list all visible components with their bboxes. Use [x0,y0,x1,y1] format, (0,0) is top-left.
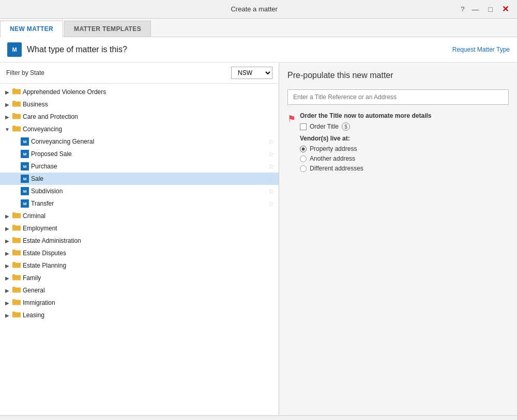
tree-label-care: Care and Protection [23,113,275,120]
folder-icon-care [12,113,21,121]
state-select[interactable]: NSW VIC QLD WA SA TAS ACT NT [231,67,272,79]
tree-item-proposed-sale[interactable]: MProposed Sale☆ [0,148,279,160]
tree-item-apprehended[interactable]: ▶ Apprehended Violence Orders [0,86,279,98]
minimize-button[interactable]: — [470,4,481,14]
tree-arrow-conveyancing: ▼ [4,127,10,132]
tree-arrow-apprehended: ▶ [4,89,10,95]
filter-bar: Filter by State NSW VIC QLD WA SA TAS AC… [0,63,279,84]
tree-arrow-estate-disputes: ▶ [4,251,10,256]
radio-another-address[interactable]: Another address [300,155,509,162]
window-title: Create a matter [48,5,461,13]
header-left: M What type of matter is this? [7,42,127,57]
tree-label-immigration: Immigration [23,299,275,306]
star-icon-sale[interactable]: ☆ [268,175,275,183]
tree-label-transfer: Transfer [31,200,266,207]
right-panel: Pre-populate this new matter ⚑ Order the… [279,63,517,415]
tree-item-care[interactable]: ▶ Care and Protection [0,111,279,123]
order-content: Order the Title now to automate more det… [300,112,509,172]
tree-item-conv-general[interactable]: MConveyancing General☆ [0,135,279,148]
window-controls: ? — □ ✕ [461,3,511,15]
matter-icon-conv-general: M [21,137,29,146]
tree-item-estate-admin[interactable]: ▶ Estate Administration [0,235,279,247]
close-button[interactable]: ✕ [500,3,511,15]
filter-label: Filter by State [6,69,44,76]
tree-item-conveyancing[interactable]: ▼ Conveyancing [0,123,279,135]
title-bar: Create a matter ? — □ ✕ [0,0,517,19]
order-title-checkbox[interactable] [300,123,307,130]
star-icon-transfer[interactable]: ☆ [268,199,275,208]
tree-item-subdivision[interactable]: MSubdivision☆ [0,185,279,197]
radio-group: Property address Another address Differe… [300,145,509,172]
matter-icon: M [7,42,22,57]
folder-icon-immigration [12,299,21,307]
bottom-bar: CREATE [0,415,517,420]
radio-different-addresses[interactable]: Different addresses [300,165,509,172]
flag-icon: ⚑ [287,113,296,125]
folder-icon-business [12,100,21,108]
tree-item-transfer[interactable]: MTransfer☆ [0,197,279,210]
order-title: Order the Title now to automate more det… [300,112,509,119]
tree-item-family[interactable]: ▶ Family [0,272,279,284]
star-icon-conv-general[interactable]: ☆ [268,137,275,146]
tree-item-employment[interactable]: ▶ Employment [0,222,279,235]
vendor-label: Vendor(s) live at: [300,135,509,142]
tree-arrow-business: ▶ [4,102,10,107]
page-title: What type of matter is this? [27,45,127,54]
star-icon-subdivision[interactable]: ☆ [268,187,275,195]
radio-property-address[interactable]: Property address [300,145,509,152]
tree-item-business[interactable]: ▶ Business [0,98,279,111]
folder-icon-general [12,286,21,294]
star-icon-purchase[interactable]: ☆ [268,162,275,170]
tree-item-general[interactable]: ▶ General [0,284,279,297]
tree-arrow-leasing: ▶ [4,313,10,318]
tree-item-estate-disputes[interactable]: ▶ Estate Disputes [0,247,279,259]
tree-label-conv-general: Conveyancing General [31,138,266,145]
tree-label-apprehended: Apprehended Violence Orders [23,88,275,96]
matter-icon-purchase: M [21,162,29,170]
tree-item-leasing[interactable]: ▶ Leasing [0,309,279,321]
star-icon-proposed-sale[interactable]: ☆ [268,150,275,158]
tree-item-estate-planning[interactable]: ▶ Estate Planning [0,259,279,272]
folder-icon-criminal [12,212,21,220]
order-title-row: Order Title $ [300,122,509,131]
matter-icon-transfer: M [21,199,29,208]
tree-label-purchase: Purchase [31,163,266,170]
order-section: ⚑ Order the Title now to automate more d… [287,112,509,172]
help-button[interactable]: ? [461,5,464,13]
tree-arrow-family: ▶ [4,275,10,281]
radio-another-address-btn[interactable] [300,155,307,162]
matter-icon-proposed-sale: M [21,150,29,158]
tree-item-criminal[interactable]: ▶ Criminal [0,210,279,222]
tree-label-estate-disputes: Estate Disputes [23,250,275,257]
folder-icon-leasing [12,311,21,319]
folder-icon-employment [12,224,21,232]
tree-arrow-immigration: ▶ [4,300,10,306]
tree-label-family: Family [23,274,275,282]
maximize-button[interactable]: □ [486,4,495,14]
tree-item-immigration[interactable]: ▶ Immigration [0,297,279,309]
request-matter-type-link[interactable]: Request Matter Type [452,46,510,53]
order-title-label: Order Title [310,123,339,130]
tree-item-sale[interactable]: MSale☆ [0,173,279,185]
matter-icon-subdivision: M [21,187,29,195]
tree-label-estate-planning: Estate Planning [23,262,275,269]
dollar-icon: $ [342,122,350,131]
folder-icon-estate-admin [12,237,21,245]
tab-new-matter[interactable]: NEW MATTER [0,21,63,37]
address-input[interactable] [287,89,509,105]
radio-another-address-label: Another address [310,155,355,162]
header-section: M What type of matter is this? Request M… [0,37,517,63]
radio-property-address-btn[interactable] [300,146,307,152]
tree-label-proposed-sale: Proposed Sale [31,150,266,158]
tab-bar: NEW MATTER MATTER TEMPLATES [0,19,517,37]
radio-different-addresses-btn[interactable] [300,165,307,172]
tab-matter-templates[interactable]: MATTER TEMPLATES [64,21,151,37]
folder-icon-conveyancing [12,125,21,133]
tree-arrow-general: ▶ [4,288,10,293]
tree-arrow-estate-planning: ▶ [4,263,10,269]
tree-label-criminal: Criminal [23,212,275,220]
folder-icon-estate-disputes [12,249,21,257]
radio-property-address-label: Property address [310,145,357,152]
tree-item-purchase[interactable]: MPurchase☆ [0,160,279,173]
tree-arrow-employment: ▶ [4,226,10,231]
